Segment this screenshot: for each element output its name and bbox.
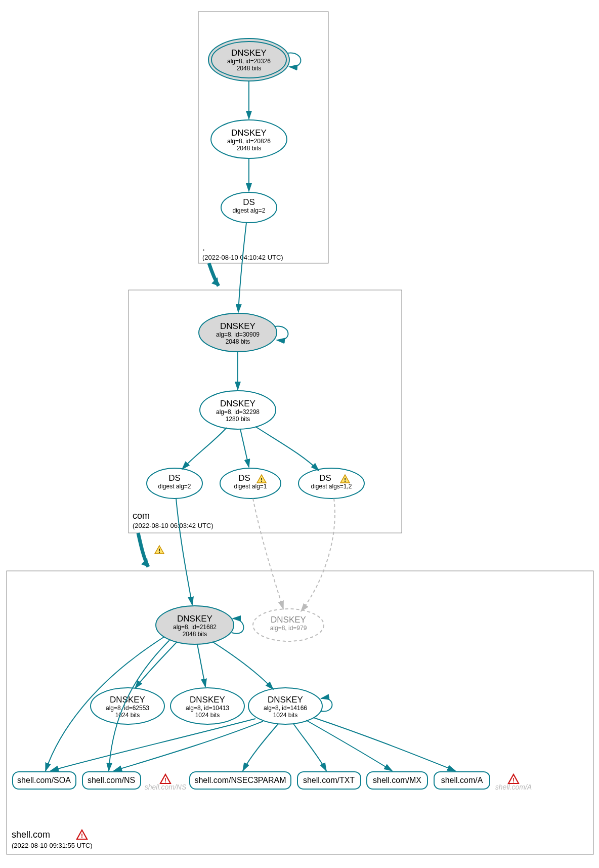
shell-k3-l2: 1024 bits	[273, 712, 298, 719]
edge-comzsk-ds1	[182, 428, 227, 469]
shell-k3-l1: alg=8, id=14166	[264, 705, 307, 712]
shell-ksk-l2: 2048 bits	[183, 631, 207, 638]
edge-k3-ns	[114, 721, 263, 771]
shell-ghost-title: DNSKEY	[271, 615, 306, 625]
com-ksk-l2: 2048 bits	[226, 338, 250, 345]
edge-k3-txt	[293, 724, 326, 771]
edge-comds3-ghost	[301, 499, 335, 611]
root-ds-l1: digest alg=2	[232, 207, 265, 214]
com-ksk-l1: alg=8, id=30909	[216, 331, 260, 338]
root-ksk-title: DNSKEY	[231, 48, 267, 58]
com-ds1-l1: digest alg=2	[158, 483, 191, 490]
zone-com-label: com	[133, 511, 150, 521]
rr-ns-ghost-label: shell.com/NS	[145, 783, 187, 791]
zone-com-ts: (2022-08-10 06:03:42 UTC)	[133, 522, 213, 529]
com-ds2-l1: digest alg=1	[234, 483, 267, 490]
com-ds3-title: DS	[319, 473, 331, 483]
edge-comzsk-ds2	[240, 429, 249, 467]
edge-shellksk-k2	[197, 644, 205, 687]
shell-ksk-title: DNSKEY	[177, 614, 212, 624]
root-zsk-title: DNSKEY	[231, 128, 267, 138]
shell-k1-l1: alg=8, id=62553	[106, 705, 149, 712]
root-ksk-l1: alg=8, id=20326	[227, 58, 271, 65]
com-ds2-title: DS	[238, 473, 250, 483]
edge-comds1-shellksk	[176, 499, 192, 605]
shell-k2-title: DNSKEY	[190, 695, 225, 705]
root-ksk-l2: 2048 bits	[237, 65, 262, 72]
root-ds-title: DS	[243, 197, 255, 207]
edge-k3-soa	[51, 719, 255, 771]
delegation-warn-icon	[155, 546, 164, 554]
zone-shell-ts: (2022-08-10 09:31:55 UTC)	[12, 842, 93, 849]
rr-mx-label: shell.com/MX	[373, 776, 421, 784]
edge-comzsk-ds3	[255, 427, 319, 471]
edge-comds2-ghost	[253, 499, 283, 609]
com-ds3-l1: digest algs=1,2	[311, 483, 352, 490]
com-ds1-title: DS	[168, 473, 181, 483]
rr-soa-label: shell.com/SOA	[17, 776, 71, 784]
com-zsk-l1: alg=8, id=32298	[216, 408, 260, 416]
com-zsk-l2: 1280 bits	[226, 416, 250, 423]
edge-shellksk-k3	[212, 642, 273, 689]
shell-ghost-l1: alg=8, id=979	[270, 625, 307, 632]
rr-a-label: shell.com/A	[441, 776, 483, 784]
shell-k2-l2: 1024 bits	[195, 712, 220, 719]
zone-shell-label: shell.com	[12, 830, 50, 840]
edge-shellksk-k1	[135, 642, 177, 688]
shell-k2-l1: alg=8, id=10413	[186, 705, 229, 712]
zone-shell-error-icon	[77, 830, 87, 840]
edge-k3-n3p	[243, 724, 278, 771]
edge-k3-a	[314, 718, 455, 771]
zone-root-label: .	[202, 242, 205, 253]
edge-k3-mx	[306, 720, 392, 771]
com-ksk-title: DNSKEY	[220, 321, 255, 331]
rr-txt-label: shell.com/TXT	[303, 776, 355, 784]
shell-k1-title: DNSKEY	[110, 695, 145, 705]
shell-ksk-l1: alg=8, id=21682	[173, 624, 217, 631]
rr-nsec3param-label: shell.com/NSEC3PARAM	[194, 776, 286, 784]
dnssec-graph: ! ! . (2022-08-10 04:10:42 UTC) DNSKEY a…	[0, 0, 599, 868]
rr-ns-label: shell.com/NS	[88, 776, 135, 784]
root-zsk-l1: alg=8, id=20826	[227, 138, 271, 145]
edge-rootds-comksk	[238, 223, 246, 312]
shell-k3-title: DNSKEY	[268, 695, 303, 705]
com-zsk-title: DNSKEY	[220, 399, 255, 408]
root-zsk-l2: 2048 bits	[237, 145, 262, 152]
rr-a-ghost-label: shell.com/A	[495, 783, 532, 791]
